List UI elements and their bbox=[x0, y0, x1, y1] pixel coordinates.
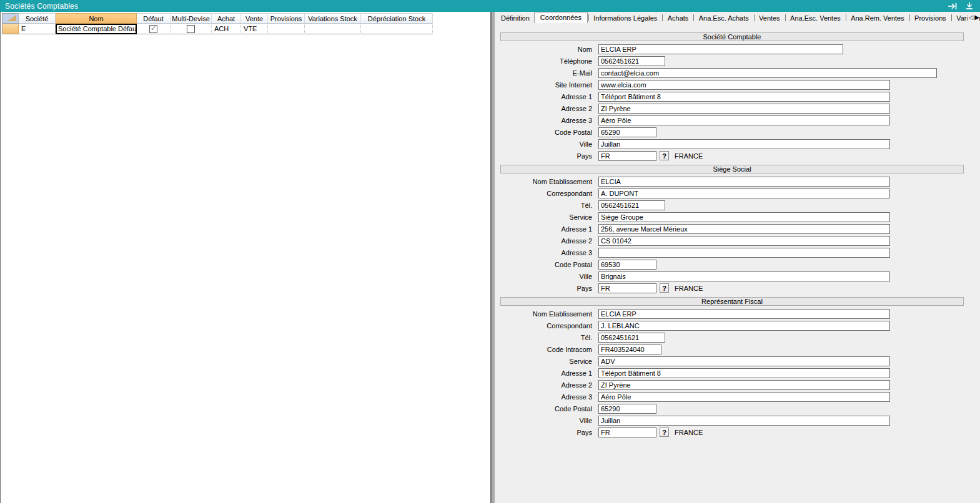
grid-header-row: Société Nom Défaut Multi-Devise Achat Ve… bbox=[2, 13, 433, 24]
select-all-corner-cell[interactable] bbox=[2, 13, 19, 24]
form-row: Adresse 3 bbox=[495, 114, 980, 126]
ss-service-input[interactable] bbox=[598, 212, 890, 222]
sc-nom-input[interactable] bbox=[598, 44, 843, 54]
rf-adresse3-input[interactable] bbox=[598, 392, 890, 402]
cell-achat[interactable]: ACH bbox=[212, 24, 241, 34]
rf-ville-input[interactable] bbox=[598, 416, 890, 426]
sc-ville-input[interactable] bbox=[598, 139, 890, 149]
tab-ana-esc-ventes[interactable]: Ana.Esc. Ventes bbox=[786, 13, 845, 23]
form-row: Adresse 2 bbox=[495, 379, 980, 391]
form-row: Adresse 3 bbox=[495, 391, 980, 403]
sc-adresse3-input[interactable] bbox=[598, 115, 890, 125]
cell-vente[interactable]: VTE bbox=[241, 24, 268, 34]
column-header-multi-devise[interactable]: Multi-Devise bbox=[171, 13, 212, 24]
form-row: Nom Etablissement bbox=[495, 175, 980, 187]
field-label: Adresse 1 bbox=[495, 225, 592, 233]
cell-nom-selected[interactable]: Société Comptable Défaut bbox=[56, 24, 137, 34]
sc-telephone-input[interactable] bbox=[598, 56, 665, 66]
sc-country-lookup-button[interactable]: ? bbox=[660, 151, 669, 160]
rf-adresse2-input[interactable] bbox=[598, 380, 890, 390]
cell-societe[interactable]: E bbox=[19, 24, 56, 34]
column-header-societe[interactable]: Société bbox=[19, 13, 56, 24]
tab-coordonnees[interactable]: Coordonnées bbox=[534, 12, 588, 23]
tab-achats[interactable]: Achats bbox=[663, 13, 693, 23]
tab-provisions[interactable]: Provisions bbox=[910, 13, 951, 23]
form-row: Ville bbox=[495, 270, 980, 282]
field-label: Ville bbox=[495, 417, 592, 424]
sc-code-postal-input[interactable] bbox=[598, 127, 656, 137]
sc-pays-input[interactable] bbox=[598, 151, 656, 161]
multi-devise-checkbox[interactable]: ✓ bbox=[187, 25, 195, 33]
cell-depreciation-stock[interactable] bbox=[361, 24, 433, 34]
form-row: Correspondant bbox=[495, 320, 980, 331]
dock-bottom-icon[interactable] bbox=[964, 2, 975, 10]
ss-correspondant-input[interactable] bbox=[598, 188, 890, 198]
field-label: Code Postal bbox=[495, 405, 592, 413]
sc-adresse1-input[interactable] bbox=[598, 92, 890, 102]
rf-service-input[interactable] bbox=[598, 356, 890, 366]
ss-nom-etablissement-input[interactable] bbox=[598, 177, 890, 187]
ss-country-lookup-button[interactable]: ? bbox=[660, 283, 669, 293]
column-header-provisions[interactable]: Provisions bbox=[268, 13, 305, 24]
tab-scroll-arrows: ◁ ▶ bbox=[968, 14, 979, 21]
rf-nom-etablissement-input[interactable] bbox=[598, 309, 890, 319]
section-header-representant-fiscal: Représentant Fiscal bbox=[500, 297, 964, 306]
field-label: Adresse 2 bbox=[495, 381, 592, 389]
cell-provisions[interactable] bbox=[268, 24, 305, 34]
tab-informations-legales[interactable]: Informations Légales bbox=[589, 13, 661, 23]
ss-country-name: FRANCE bbox=[675, 285, 703, 292]
ss-code-postal-input[interactable] bbox=[598, 260, 656, 270]
column-header-vente[interactable]: Vente bbox=[241, 13, 268, 24]
rf-country-lookup-button[interactable]: ? bbox=[660, 427, 669, 437]
form-row: Tél. bbox=[495, 331, 980, 343]
ss-adresse3-input[interactable] bbox=[598, 248, 890, 258]
field-label: Adresse 2 bbox=[495, 237, 592, 245]
rf-code-postal-input[interactable] bbox=[598, 404, 656, 414]
field-label: Pays bbox=[495, 285, 592, 292]
tab-ventes[interactable]: Ventes bbox=[755, 13, 784, 23]
tab-ana-rem-ventes[interactable]: Ana.Rem. Ventes bbox=[846, 13, 909, 23]
form-row: Adresse 1 bbox=[495, 367, 980, 379]
cell-variations-stock[interactable] bbox=[305, 24, 361, 34]
form-row: Service bbox=[495, 355, 980, 367]
tab-scroll-right-icon[interactable]: ▶ bbox=[974, 14, 979, 21]
tab-scroll-left-icon[interactable]: ◁ bbox=[969, 14, 974, 21]
row-selector-cell[interactable] bbox=[2, 24, 19, 34]
ss-ville-input[interactable] bbox=[598, 271, 890, 281]
defaut-checkbox[interactable]: ✓ bbox=[149, 25, 157, 33]
section-siege-social: Nom Etablissement Correspondant Tél. Ser… bbox=[495, 173, 980, 294]
ss-adresse1-input[interactable] bbox=[598, 224, 890, 234]
section-header-siege-social: Siège Social bbox=[500, 165, 964, 173]
field-label: Nom Etablissement bbox=[495, 310, 592, 318]
rf-correspondant-input[interactable] bbox=[598, 321, 890, 331]
column-header-variations-stock[interactable]: Variations Stock bbox=[305, 13, 361, 24]
rf-pays-input[interactable] bbox=[598, 427, 656, 437]
sc-site-internet-input[interactable] bbox=[598, 80, 890, 90]
sc-email-input[interactable] bbox=[598, 68, 937, 78]
form-row: Adresse 2 bbox=[495, 235, 980, 247]
rf-tel-input[interactable] bbox=[598, 333, 665, 343]
window-title: Sociétés Comptables bbox=[5, 2, 78, 11]
dock-right-icon[interactable] bbox=[947, 2, 958, 10]
ss-tel-input[interactable] bbox=[598, 200, 665, 210]
field-label: Adresse 3 bbox=[495, 393, 592, 401]
column-header-depreciation-stock[interactable]: Dépréciation Stock bbox=[361, 13, 433, 24]
sc-country-name: FRANCE bbox=[675, 152, 703, 160]
section-societe-comptable: Nom Téléphone E-Mail Site Internet Adres… bbox=[495, 41, 980, 162]
ss-pays-input[interactable] bbox=[598, 283, 656, 293]
field-label: E-Mail bbox=[495, 69, 592, 77]
rf-adresse1-input[interactable] bbox=[598, 368, 890, 378]
tab-definition[interactable]: Définition bbox=[497, 13, 534, 23]
tab-ana-esc-achats[interactable]: Ana.Esc. Achats bbox=[695, 13, 753, 23]
cell-defaut[interactable]: ✓ bbox=[137, 24, 171, 34]
form-row: Adresse 1 bbox=[495, 90, 980, 102]
column-header-defaut[interactable]: Défaut bbox=[137, 13, 171, 24]
ss-adresse2-input[interactable] bbox=[598, 236, 890, 246]
form-row: Pays ? FRANCE bbox=[495, 282, 980, 294]
sc-adresse2-input[interactable] bbox=[598, 104, 890, 114]
column-header-nom[interactable]: Nom bbox=[56, 13, 137, 24]
column-header-achat[interactable]: Achat bbox=[212, 13, 241, 24]
panel-splitter[interactable] bbox=[490, 12, 495, 503]
cell-multi-devise[interactable]: ✓ bbox=[171, 24, 212, 34]
rf-code-intracom-input[interactable] bbox=[598, 344, 661, 354]
